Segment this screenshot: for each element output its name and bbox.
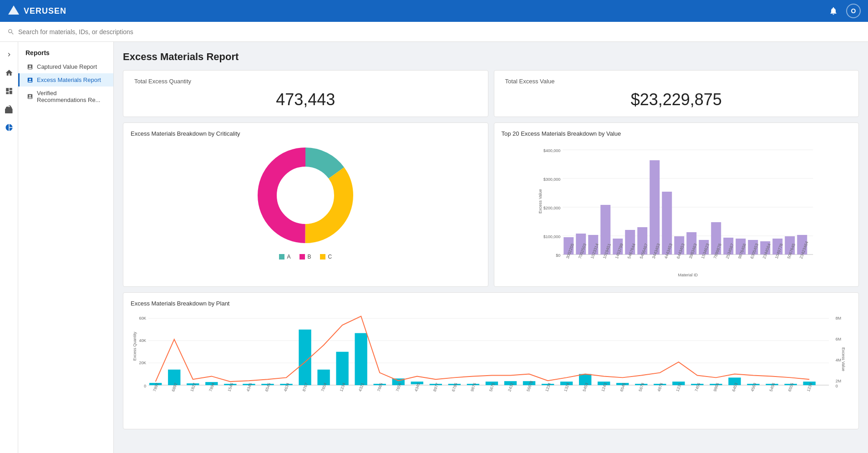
topnav-right: O: [826, 4, 861, 18]
svg-rect-83: [299, 330, 311, 385]
svg-text:$300,000: $300,000: [543, 177, 560, 182]
svg-text:Excess Value: Excess Value: [538, 189, 543, 214]
svg-text:$200,000: $200,000: [543, 206, 560, 210]
summary-cards-row: Total Excess Quantity 473,443 Total Exce…: [123, 70, 859, 117]
svg-rect-85: [336, 352, 348, 385]
sidebar-section-title: Reports: [18, 47, 113, 60]
total-excess-value-card: Total Excess Value $23,229,875: [494, 70, 859, 117]
svg-text:9866: 9866: [712, 382, 720, 392]
top20-bar-chart-card: Top 20 Excess Materials Breakdown by Val…: [494, 122, 859, 287]
app-logo: VERUSEN: [7, 5, 66, 17]
sidebar-item-verified-recommendations[interactable]: Verified Recommendations Re...: [18, 87, 113, 107]
donut-chart-container: A B C: [131, 141, 481, 260]
svg-text:2M: 2M: [836, 379, 841, 383]
dashboard-button[interactable]: [2, 84, 16, 98]
page-title: Excess Materials Report: [123, 51, 859, 63]
total-excess-value-value: $23,229,875: [505, 90, 848, 109]
svg-text:4345: 4345: [245, 382, 253, 392]
top20-chart-svg: $400,000 $300,000 $200,000 $100,000 $0 E…: [502, 141, 852, 277]
svg-text:9876: 9876: [470, 382, 477, 392]
home-button[interactable]: [2, 66, 16, 80]
svg-text:4876: 4876: [656, 382, 664, 392]
total-excess-quantity-label: Total Excess Quantity: [134, 78, 477, 85]
user-avatar[interactable]: O: [846, 4, 861, 18]
legend-c-label: C: [328, 254, 332, 260]
svg-text:5678: 5678: [638, 382, 645, 392]
svg-text:4634: 4634: [283, 382, 290, 392]
donut-chart-svg: [251, 141, 360, 250]
svg-text:6786: 6786: [451, 382, 458, 392]
search-icon: [7, 28, 15, 36]
svg-text:1234: 1234: [544, 382, 552, 392]
svg-text:60K: 60K: [139, 316, 147, 321]
svg-rect-86: [355, 333, 367, 385]
svg-rect-6: [299, 254, 305, 260]
svg-text:$0: $0: [556, 253, 560, 258]
reports-button[interactable]: [2, 120, 16, 135]
svg-text:1546: 1546: [227, 382, 234, 392]
svg-text:40K: 40K: [139, 338, 147, 343]
top20-chart-title: Top 20 Excess Materials Breakdown by Val…: [502, 130, 852, 137]
legend-item-a: A: [279, 254, 290, 260]
svg-text:8M: 8M: [836, 316, 841, 321]
svg-text:7456: 7456: [694, 382, 701, 392]
svg-text:Excess Value: Excess Value: [841, 347, 846, 372]
sidebar-item-verified-rec-label: Verified Recommendations Re...: [37, 90, 106, 103]
donut-chart-card: Excess Materials Breakdown by Criticalit…: [123, 122, 488, 287]
combo-chart-title: Excess Materials Breakdown by Plant: [131, 300, 851, 307]
svg-point-4: [278, 168, 333, 223]
svg-text:4563: 4563: [750, 382, 757, 392]
main-layout: Reports Captured Value Report Excess Mat…: [0, 42, 868, 453]
svg-text:6M: 6M: [836, 337, 841, 341]
svg-text:7665: 7665: [376, 382, 384, 392]
legend-a-label: A: [287, 254, 290, 260]
svg-text:5456: 5456: [769, 382, 776, 392]
legend-b-label: B: [307, 254, 311, 260]
svg-marker-0: [8, 5, 19, 15]
svg-text:6545: 6545: [264, 382, 271, 392]
svg-text:4M: 4M: [836, 358, 841, 362]
svg-rect-26: [650, 160, 660, 254]
legend-item-c: C: [320, 254, 332, 260]
svg-text:0: 0: [144, 384, 146, 388]
svg-text:8977: 8977: [432, 382, 440, 392]
logo-icon: [7, 5, 20, 17]
svg-text:$400,000: $400,000: [543, 148, 560, 153]
total-excess-value-label: Total Excess Value: [505, 78, 848, 85]
materials-button[interactable]: [2, 102, 16, 117]
search-input[interactable]: [18, 28, 200, 36]
sidebar-item-excess-materials-label: Excess Materials Report: [37, 76, 101, 83]
total-excess-quantity-card: Total Excess Quantity 473,443: [123, 70, 488, 117]
sidebar-item-captured-value[interactable]: Captured Value Report: [18, 60, 113, 73]
svg-text:6555: 6555: [787, 382, 795, 392]
legend-item-b: B: [299, 254, 311, 260]
combo-chart-svg: 60K 40K 20K 0 8M 6M 4M 2M 0 Excess Quant…: [131, 310, 851, 420]
main-content: Excess Materials Report Total Excess Qua…: [114, 42, 868, 453]
total-excess-quantity-value: 473,443: [134, 90, 477, 109]
svg-text:0: 0: [836, 384, 838, 388]
charts-row: Excess Materials Breakdown by Criticalit…: [123, 122, 859, 287]
svg-text:Material ID: Material ID: [678, 273, 698, 277]
app-name: VERUSEN: [24, 6, 66, 16]
svg-text:20K: 20K: [139, 361, 147, 365]
donut-chart-title: Excess Materials Breakdown by Criticalit…: [131, 130, 481, 137]
svg-text:$100,000: $100,000: [543, 234, 560, 239]
sidebar-navigation: Reports Captured Value Report Excess Mat…: [18, 42, 114, 453]
top20-chart-container: $400,000 $300,000 $200,000 $100,000 $0 E…: [502, 141, 852, 279]
combo-chart-card: Excess Materials Breakdown by Plant 60K …: [123, 292, 859, 429]
svg-text:Excess Quantity: Excess Quantity: [132, 331, 137, 361]
svg-rect-7: [320, 254, 325, 260]
collapse-sidebar-button[interactable]: [2, 47, 16, 62]
svg-rect-5: [279, 254, 284, 260]
sidebar-icon-rail: [0, 42, 18, 453]
search-bar: [0, 22, 868, 42]
donut-legend: A B C: [279, 254, 332, 260]
sidebar-item-captured-value-label: Captured Value Report: [37, 63, 97, 70]
sidebar-item-excess-materials[interactable]: Excess Materials Report: [18, 73, 113, 87]
notification-button[interactable]: [826, 4, 841, 18]
top-navigation: VERUSEN O: [0, 0, 868, 22]
